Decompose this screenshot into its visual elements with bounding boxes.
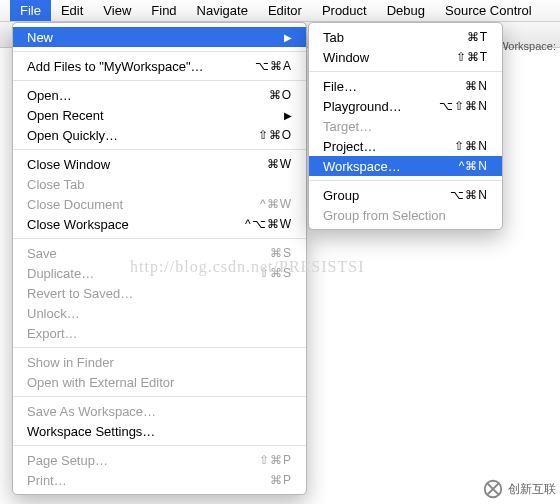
menu-item-label: Open Recent xyxy=(27,108,276,123)
menu-item-label: Duplicate… xyxy=(27,266,251,281)
menubar-item-edit[interactable]: Edit xyxy=(51,0,93,21)
menu-item-label: Close Window xyxy=(27,157,259,172)
keyboard-shortcut: ⌘O xyxy=(269,88,292,102)
menu-item-label: Save xyxy=(27,246,262,261)
file-menu-item-duplicate: Duplicate…⇧⌘S xyxy=(13,263,306,283)
file-menu-item-close-document: Close Document^⌘W xyxy=(13,194,306,214)
menu-item-label: Revert to Saved… xyxy=(27,286,292,301)
file-menu-item-open-recent[interactable]: Open Recent▶ xyxy=(13,105,306,125)
file-menu-item-print: Print…⌘P xyxy=(13,470,306,490)
menu-item-label: Open Quickly… xyxy=(27,128,250,143)
menu-item-label: Workspace… xyxy=(323,159,451,174)
file-menu-item-open[interactable]: Open…⌘O xyxy=(13,85,306,105)
menu-item-label: Window xyxy=(323,50,448,65)
new-submenu-item-file[interactable]: File…⌘N xyxy=(309,76,502,96)
menu-item-label: Export… xyxy=(27,326,292,341)
file-menu-item-separator xyxy=(13,149,306,150)
menu-item-label: Group from Selection xyxy=(323,208,488,223)
menubar: FileEditViewFindNavigateEditorProductDeb… xyxy=(0,0,560,22)
menu-item-label: Save As Workspace… xyxy=(27,404,292,419)
file-menu-item-page-setup: Page Setup…⇧⌘P xyxy=(13,450,306,470)
file-menu-item-separator xyxy=(13,396,306,397)
new-submenu-item-window[interactable]: Window⇧⌘T xyxy=(309,47,502,67)
keyboard-shortcut: ⇧⌘T xyxy=(456,50,488,64)
keyboard-shortcut: ^⌥⌘W xyxy=(245,217,292,231)
logo-icon xyxy=(482,478,504,500)
keyboard-shortcut: ⌘S xyxy=(270,246,292,260)
new-submenu: Tab⌘TWindow⇧⌘TFile…⌘NPlayground…⌥⇧⌘NTarg… xyxy=(308,22,503,230)
menubar-item-view[interactable]: View xyxy=(93,0,141,21)
file-menu-item-ws-settings[interactable]: Workspace Settings… xyxy=(13,421,306,441)
keyboard-shortcut: ⌘T xyxy=(467,30,488,44)
menu-item-label: Tab xyxy=(323,30,459,45)
keyboard-shortcut: ⌘N xyxy=(465,79,488,93)
file-menu-item-separator xyxy=(13,80,306,81)
file-menu-item-save: Save⌘S xyxy=(13,243,306,263)
keyboard-shortcut: ⌘W xyxy=(267,157,292,171)
file-menu-item-show-finder: Show in Finder xyxy=(13,352,306,372)
keyboard-shortcut: ⇧⌘O xyxy=(258,128,292,142)
new-submenu-item-group[interactable]: Group⌥⌘N xyxy=(309,185,502,205)
menu-item-label: New xyxy=(27,30,276,45)
new-submenu-item-workspace[interactable]: Workspace…^⌘N xyxy=(309,156,502,176)
file-menu: New▶Add Files to "MyWorkspace"…⌥⌘AOpen…⌘… xyxy=(12,22,307,495)
keyboard-shortcut: ⌥⌘A xyxy=(255,59,292,73)
file-menu-item-add-files[interactable]: Add Files to "MyWorkspace"…⌥⌘A xyxy=(13,56,306,76)
new-submenu-item-group-sel: Group from Selection xyxy=(309,205,502,225)
menu-item-label: Print… xyxy=(27,473,262,488)
menubar-item-editor[interactable]: Editor xyxy=(258,0,312,21)
keyboard-shortcut: ^⌘N xyxy=(459,159,488,173)
file-menu-item-open-external: Open with External Editor xyxy=(13,372,306,392)
file-menu-item-separator xyxy=(13,238,306,239)
menu-item-label: Close Workspace xyxy=(27,217,237,232)
workspace-remark: Workspace: xyxy=(498,40,556,52)
menu-item-label: Unlock… xyxy=(27,306,292,321)
file-menu-item-separator xyxy=(13,445,306,446)
new-submenu-item-playground[interactable]: Playground…⌥⇧⌘N xyxy=(309,96,502,116)
keyboard-shortcut: ⇧⌘N xyxy=(454,139,488,153)
keyboard-shortcut: ⇧⌘S xyxy=(259,266,292,280)
menubar-item-navigate[interactable]: Navigate xyxy=(187,0,258,21)
file-menu-item-export: Export… xyxy=(13,323,306,343)
new-submenu-item-project[interactable]: Project…⇧⌘N xyxy=(309,136,502,156)
keyboard-shortcut: ⌘P xyxy=(270,473,292,487)
submenu-arrow-icon: ▶ xyxy=(284,110,292,121)
menu-item-label: Workspace Settings… xyxy=(27,424,292,439)
menu-item-label: Open with External Editor xyxy=(27,375,292,390)
new-submenu-item-separator xyxy=(309,71,502,72)
menubar-item-product[interactable]: Product xyxy=(312,0,377,21)
keyboard-shortcut: ⌥⇧⌘N xyxy=(439,99,488,113)
file-menu-item-save-as-ws: Save As Workspace… xyxy=(13,401,306,421)
file-menu-item-unlock: Unlock… xyxy=(13,303,306,323)
file-menu-item-open-quickly[interactable]: Open Quickly…⇧⌘O xyxy=(13,125,306,145)
keyboard-shortcut: ^⌘W xyxy=(260,197,292,211)
menu-item-label: Group xyxy=(323,188,442,203)
new-submenu-item-separator xyxy=(309,180,502,181)
menu-item-label: Close Document xyxy=(27,197,252,212)
file-menu-item-close-workspace[interactable]: Close Workspace^⌥⌘W xyxy=(13,214,306,234)
menu-item-label: Add Files to "MyWorkspace"… xyxy=(27,59,247,74)
menubar-item-file[interactable]: File xyxy=(10,0,51,21)
file-menu-item-new[interactable]: New▶ xyxy=(13,27,306,47)
menu-item-label: Open… xyxy=(27,88,261,103)
keyboard-shortcut: ⌥⌘N xyxy=(450,188,488,202)
submenu-arrow-icon: ▶ xyxy=(284,32,292,43)
logo-text: 创新互联 xyxy=(508,481,556,498)
menubar-item-find[interactable]: Find xyxy=(141,0,186,21)
file-menu-item-separator xyxy=(13,51,306,52)
keyboard-shortcut: ⇧⌘P xyxy=(259,453,292,467)
file-menu-item-close-window[interactable]: Close Window⌘W xyxy=(13,154,306,174)
menu-item-label: Project… xyxy=(323,139,446,154)
menu-item-label: Playground… xyxy=(323,99,431,114)
new-submenu-item-tab[interactable]: Tab⌘T xyxy=(309,27,502,47)
file-menu-item-close-tab: Close Tab xyxy=(13,174,306,194)
menu-item-label: File… xyxy=(323,79,457,94)
new-submenu-item-target: Target… xyxy=(309,116,502,136)
menu-item-label: Page Setup… xyxy=(27,453,251,468)
file-menu-item-revert: Revert to Saved… xyxy=(13,283,306,303)
menu-item-label: Show in Finder xyxy=(27,355,292,370)
menubar-item-source-control[interactable]: Source Control xyxy=(435,0,542,21)
menu-item-label: Close Tab xyxy=(27,177,292,192)
menu-item-label: Target… xyxy=(323,119,488,134)
menubar-item-debug[interactable]: Debug xyxy=(377,0,435,21)
